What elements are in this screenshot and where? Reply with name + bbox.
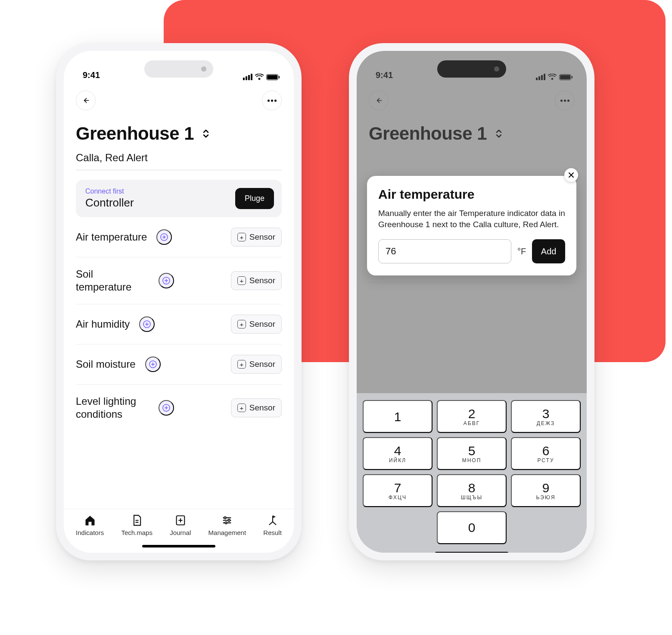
key-4[interactable]: 4ИЙКЛ <box>363 437 432 470</box>
key-0[interactable]: 0 <box>437 511 507 544</box>
phone-frame-right: 9:41 Green <box>349 43 594 560</box>
modal-description: Manually enter the air Temperature indic… <box>378 208 565 230</box>
key-sub: ИЙКЛ <box>389 457 406 463</box>
plus-icon <box>143 320 151 328</box>
signal-icon <box>243 74 252 80</box>
add-button[interactable]: Add <box>532 239 565 263</box>
indicator-row: Level lighting conditions +Sensor <box>76 385 282 431</box>
plus-icon <box>149 360 157 368</box>
key-sub: МНОП <box>462 457 482 463</box>
key-2[interactable]: 2АБВГ <box>437 400 507 433</box>
back-button[interactable] <box>76 91 96 110</box>
tab-result[interactable]: Result <box>263 514 282 536</box>
selector-icon[interactable] <box>202 128 210 139</box>
journal-icon <box>174 514 187 526</box>
sensor-label: Sensor <box>249 319 275 329</box>
sensor-button[interactable]: +Sensor <box>231 315 282 334</box>
indicator-row: Air temperature +Sensor <box>76 217 282 257</box>
key-sub: ШЩЪЫ <box>461 494 482 500</box>
svg-point-8 <box>225 522 227 524</box>
close-icon <box>568 172 574 178</box>
more-button[interactable] <box>262 91 282 110</box>
numeric-keypad: 1 2АБВГ 3ДЕЖЗ 4ИЙКЛ 5МНОП 6РСТУ 7ФХЦЧ 8Ш… <box>357 393 587 553</box>
sensor-button[interactable]: +Sensor <box>231 271 282 290</box>
add-reading-button[interactable] <box>159 273 174 288</box>
key-5[interactable]: 5МНОП <box>437 437 507 470</box>
document-icon <box>131 514 143 526</box>
sensor-label: Sensor <box>249 360 275 369</box>
indicator-label: Soil moisture <box>76 358 136 371</box>
key-6[interactable]: 6РСТУ <box>511 437 581 470</box>
sensor-label: Sensor <box>249 276 275 285</box>
plus-icon <box>162 277 170 285</box>
key-digit: 2 <box>468 407 476 421</box>
phone-frame-left: 9:41 Greenhouse 1 <box>56 43 302 560</box>
add-reading-button[interactable] <box>145 357 161 372</box>
tab-label: Indicators <box>76 529 104 536</box>
plus-box-icon: + <box>237 276 246 285</box>
plug-button[interactable]: Pluge <box>235 188 274 209</box>
status-time: 9:41 <box>83 70 100 80</box>
key-digit: 3 <box>542 407 550 421</box>
tab-label: Management <box>208 529 246 536</box>
sensor-button[interactable]: +Sensor <box>231 398 282 417</box>
plus-box-icon: + <box>237 233 246 241</box>
controller-card: Connect first Controller Pluge <box>76 180 282 217</box>
plus-box-icon: + <box>237 320 246 328</box>
tab-techmaps[interactable]: Tech.maps <box>121 514 152 536</box>
key-9[interactable]: 9ЬЭЮЯ <box>511 474 581 507</box>
tab-management[interactable]: Management <box>208 514 246 536</box>
indicator-row: Air humidity +Sensor <box>76 304 282 344</box>
page-subtitle: Calla, Red Alert <box>76 152 282 170</box>
tab-label: Tech.maps <box>121 529 152 536</box>
key-digit: 0 <box>468 520 476 535</box>
key-8[interactable]: 8ШЩЪЫ <box>437 474 507 507</box>
battery-icon <box>266 74 278 80</box>
indicator-row: Soil temperature +Sensor <box>76 257 282 304</box>
key-sub: ФХЦЧ <box>389 494 407 500</box>
tab-bar: Indicators Tech.maps Journal Management … <box>64 509 294 541</box>
sensor-label: Sensor <box>249 232 275 242</box>
more-icon <box>268 100 277 102</box>
add-reading-button[interactable] <box>139 316 155 332</box>
plus-icon <box>162 404 170 412</box>
tab-label: Result <box>263 529 282 536</box>
key-sub: ЬЭЮЯ <box>536 494 555 500</box>
modal-title: Air temperature <box>378 187 565 202</box>
dynamic-island <box>437 60 506 78</box>
plus-box-icon: + <box>237 360 246 369</box>
plus-icon <box>160 233 168 241</box>
unit-label: °F <box>517 247 526 257</box>
add-reading-button[interactable] <box>159 400 174 416</box>
key-sub: АБВГ <box>464 420 480 426</box>
svg-point-7 <box>228 519 230 522</box>
key-7[interactable]: 7ФХЦЧ <box>363 474 432 507</box>
page-title: Greenhouse 1 <box>76 123 194 144</box>
key-digit: 8 <box>468 481 476 495</box>
add-reading-button[interactable] <box>156 229 172 245</box>
key-3[interactable]: 3ДЕЖЗ <box>511 400 581 433</box>
key-digit: 5 <box>468 444 476 458</box>
arrow-left-icon <box>81 96 90 105</box>
temperature-modal: Air temperature Manually enter the air T… <box>367 176 576 275</box>
dynamic-island <box>144 60 213 78</box>
svg-point-6 <box>224 517 226 519</box>
key-digit: 4 <box>394 444 401 458</box>
indicator-label: Air temperature <box>76 231 147 244</box>
key-1[interactable]: 1 <box>363 400 432 433</box>
indicator-label: Level lighting conditions <box>76 395 149 421</box>
sensor-button[interactable]: +Sensor <box>231 355 282 374</box>
close-button[interactable] <box>564 168 578 182</box>
home-indicator <box>142 545 215 547</box>
wifi-icon <box>255 74 264 80</box>
temperature-input[interactable] <box>378 239 511 263</box>
tab-indicators[interactable]: Indicators <box>76 514 104 536</box>
key-digit: 9 <box>542 481 550 495</box>
indicator-label: Air humidity <box>76 318 130 331</box>
tab-journal[interactable]: Journal <box>170 514 191 536</box>
controller-hint: Connect first <box>85 188 134 195</box>
sensor-button[interactable]: +Sensor <box>231 228 282 247</box>
tab-label: Journal <box>170 529 191 536</box>
sliders-icon <box>221 514 233 526</box>
plus-box-icon: + <box>237 404 246 412</box>
